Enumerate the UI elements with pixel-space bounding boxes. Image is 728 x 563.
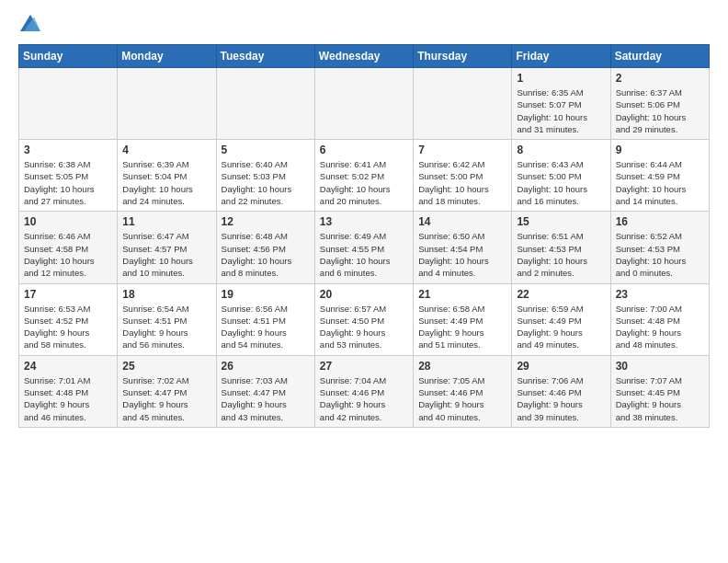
day-info: Sunrise: 6:40 AMSunset: 5:03 PMDaylight:… [222,158,310,207]
week-row-3: 10Sunrise: 6:46 AMSunset: 4:58 PMDayligh… [19,212,710,283]
logo [18,15,40,35]
day-info: Sunrise: 7:00 AMSunset: 4:48 PMDaylight:… [616,303,704,351]
calendar-cell: 18Sunrise: 6:54 AMSunset: 4:51 PMDayligh… [118,283,216,355]
calendar-cell: 7Sunrise: 6:42 AMSunset: 5:00 PMDaylight… [414,140,512,212]
day-info: Sunrise: 7:06 AMSunset: 4:46 PMDaylight:… [517,374,605,423]
day-number: 20 [320,288,408,301]
day-info: Sunrise: 6:47 AMSunset: 4:57 PMDaylight:… [122,230,210,279]
day-number: 27 [320,360,408,373]
weekday-header-tuesday: Tuesday [216,45,314,68]
day-info: Sunrise: 6:59 AMSunset: 4:49 PMDaylight:… [517,303,605,351]
weekday-header-saturday: Saturday [610,45,709,68]
calendar-cell: 16Sunrise: 6:52 AMSunset: 4:53 PMDayligh… [610,212,709,283]
day-number: 22 [517,288,605,301]
calendar-cell: 22Sunrise: 6:59 AMSunset: 4:49 PMDayligh… [512,283,610,355]
day-info: Sunrise: 6:49 AMSunset: 4:55 PMDaylight:… [320,230,408,279]
calendar-cell: 2Sunrise: 6:37 AMSunset: 5:06 PMDaylight… [610,68,709,140]
calendar-cell: 15Sunrise: 6:51 AMSunset: 4:53 PMDayligh… [512,212,610,283]
day-info: Sunrise: 6:41 AMSunset: 5:02 PMDaylight:… [320,158,408,207]
day-number: 14 [418,215,506,228]
calendar-cell: 24Sunrise: 7:01 AMSunset: 4:48 PMDayligh… [19,355,118,427]
calendar-cell: 10Sunrise: 6:46 AMSunset: 4:58 PMDayligh… [19,212,118,283]
logo-icon [20,15,40,35]
calendar-cell: 26Sunrise: 7:03 AMSunset: 4:47 PMDayligh… [216,355,314,427]
day-info: Sunrise: 6:38 AMSunset: 5:05 PMDaylight:… [24,158,112,207]
calendar-cell: 3Sunrise: 6:38 AMSunset: 5:05 PMDaylight… [19,140,118,212]
day-number: 17 [24,288,112,301]
day-info: Sunrise: 6:52 AMSunset: 4:53 PMDaylight:… [616,230,704,279]
day-info: Sunrise: 7:03 AMSunset: 4:47 PMDaylight:… [222,374,310,423]
week-row-1: 1Sunrise: 6:35 AMSunset: 5:07 PMDaylight… [19,68,710,140]
day-number: 3 [24,144,112,156]
week-row-4: 17Sunrise: 6:53 AMSunset: 4:52 PMDayligh… [19,283,710,355]
day-info: Sunrise: 6:37 AMSunset: 5:06 PMDaylight:… [616,86,704,135]
day-info: Sunrise: 6:46 AMSunset: 4:58 PMDaylight:… [24,230,112,279]
day-number: 21 [418,288,506,301]
calendar-cell: 14Sunrise: 6:50 AMSunset: 4:54 PMDayligh… [414,212,512,283]
calendar-cell: 8Sunrise: 6:43 AMSunset: 5:00 PMDaylight… [512,140,610,212]
day-info: Sunrise: 6:35 AMSunset: 5:07 PMDaylight:… [517,86,605,135]
calendar-cell: 30Sunrise: 7:07 AMSunset: 4:45 PMDayligh… [610,355,709,427]
weekday-header-friday: Friday [512,45,610,68]
calendar-cell [216,68,314,140]
calendar-cell [414,68,512,140]
calendar-cell: 1Sunrise: 6:35 AMSunset: 5:07 PMDaylight… [512,68,610,140]
day-number: 5 [222,144,310,156]
calendar-cell: 29Sunrise: 7:06 AMSunset: 4:46 PMDayligh… [512,355,610,427]
day-number: 29 [517,360,605,373]
header [18,15,710,35]
calendar-cell: 5Sunrise: 6:40 AMSunset: 5:03 PMDaylight… [216,140,314,212]
calendar-cell: 11Sunrise: 6:47 AMSunset: 4:57 PMDayligh… [118,212,216,283]
calendar-cell [19,68,118,140]
weekday-header-thursday: Thursday [414,45,512,68]
day-number: 12 [222,215,310,228]
day-info: Sunrise: 6:48 AMSunset: 4:56 PMDaylight:… [222,230,310,279]
day-number: 8 [517,144,605,156]
weekday-header-row: SundayMondayTuesdayWednesdayThursdayFrid… [19,45,710,68]
calendar-cell: 28Sunrise: 7:05 AMSunset: 4:46 PMDayligh… [414,355,512,427]
calendar-table: SundayMondayTuesdayWednesdayThursdayFrid… [18,44,710,428]
day-info: Sunrise: 6:50 AMSunset: 4:54 PMDaylight:… [418,230,506,279]
day-info: Sunrise: 6:39 AMSunset: 5:04 PMDaylight:… [122,158,210,207]
day-number: 13 [320,215,408,228]
day-info: Sunrise: 6:57 AMSunset: 4:50 PMDaylight:… [320,303,408,351]
day-number: 6 [320,144,408,156]
day-number: 10 [24,215,112,228]
calendar-cell: 25Sunrise: 7:02 AMSunset: 4:47 PMDayligh… [118,355,216,427]
day-info: Sunrise: 6:58 AMSunset: 4:49 PMDaylight:… [418,303,506,351]
calendar-cell: 21Sunrise: 6:58 AMSunset: 4:49 PMDayligh… [414,283,512,355]
day-number: 15 [517,215,605,228]
day-number: 24 [24,360,112,373]
calendar-cell: 13Sunrise: 6:49 AMSunset: 4:55 PMDayligh… [314,212,413,283]
day-info: Sunrise: 7:07 AMSunset: 4:45 PMDaylight:… [616,374,704,423]
day-number: 2 [616,72,704,85]
day-number: 30 [616,360,704,373]
day-info: Sunrise: 6:53 AMSunset: 4:52 PMDaylight:… [24,303,112,351]
day-number: 9 [616,144,704,156]
calendar-cell: 9Sunrise: 6:44 AMSunset: 4:59 PMDaylight… [610,140,709,212]
calendar-cell: 27Sunrise: 7:04 AMSunset: 4:46 PMDayligh… [314,355,413,427]
week-row-5: 24Sunrise: 7:01 AMSunset: 4:48 PMDayligh… [19,355,710,427]
weekday-header-sunday: Sunday [19,45,118,68]
weekday-header-monday: Monday [118,45,216,68]
day-number: 4 [122,144,210,156]
day-info: Sunrise: 7:02 AMSunset: 4:47 PMDaylight:… [122,374,210,423]
calendar-cell [118,68,216,140]
day-number: 18 [122,288,210,301]
calendar-cell: 4Sunrise: 6:39 AMSunset: 5:04 PMDaylight… [118,140,216,212]
day-info: Sunrise: 7:01 AMSunset: 4:48 PMDaylight:… [24,374,112,423]
calendar-cell: 19Sunrise: 6:56 AMSunset: 4:51 PMDayligh… [216,283,314,355]
day-info: Sunrise: 6:42 AMSunset: 5:00 PMDaylight:… [418,158,506,207]
day-number: 1 [517,72,605,85]
day-number: 16 [616,215,704,228]
calendar-cell [314,68,413,140]
day-info: Sunrise: 6:43 AMSunset: 5:00 PMDaylight:… [517,158,605,207]
calendar-cell: 12Sunrise: 6:48 AMSunset: 4:56 PMDayligh… [216,212,314,283]
day-number: 25 [122,360,210,373]
day-info: Sunrise: 6:44 AMSunset: 4:59 PMDaylight:… [616,158,704,207]
day-number: 19 [222,288,310,301]
day-info: Sunrise: 6:54 AMSunset: 4:51 PMDaylight:… [122,303,210,351]
week-row-2: 3Sunrise: 6:38 AMSunset: 5:05 PMDaylight… [19,140,710,212]
day-number: 7 [418,144,506,156]
day-info: Sunrise: 7:05 AMSunset: 4:46 PMDaylight:… [418,374,506,423]
